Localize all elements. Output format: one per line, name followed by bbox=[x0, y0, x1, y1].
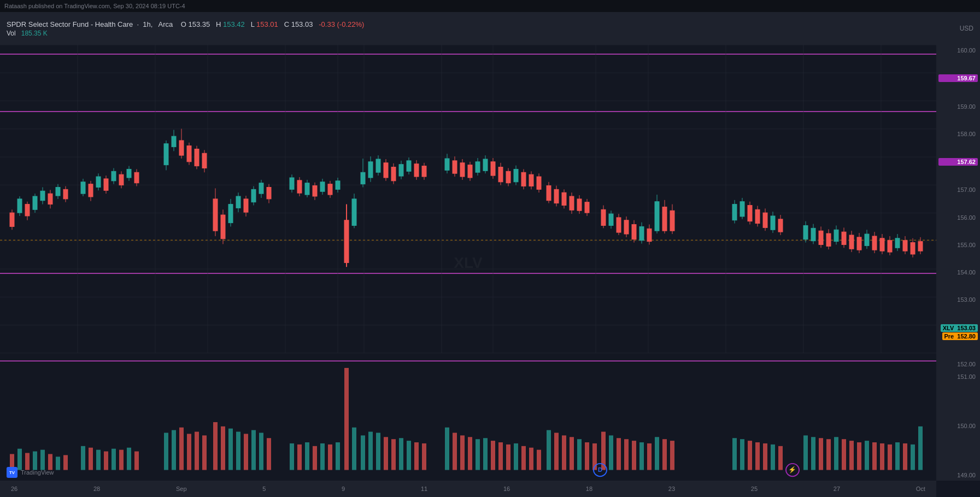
svg-rect-243 bbox=[119, 450, 124, 470]
symbol-name: SPDR Select Sector Fund - Health Care bbox=[7, 20, 133, 28]
time-25: 25 bbox=[751, 486, 758, 492]
svg-rect-294 bbox=[570, 437, 574, 470]
svg-rect-293 bbox=[562, 435, 566, 470]
svg-rect-261 bbox=[297, 445, 302, 470]
svg-rect-299 bbox=[609, 435, 613, 470]
svg-rect-284 bbox=[491, 441, 495, 470]
svg-rect-323 bbox=[865, 441, 869, 470]
low-label: L bbox=[251, 20, 255, 28]
svg-rect-258 bbox=[259, 433, 263, 470]
vol-label: Vol bbox=[7, 30, 16, 37]
svg-rect-272 bbox=[384, 437, 388, 470]
svg-rect-253 bbox=[221, 426, 225, 470]
symbol-title: SPDR Select Sector Fund - Health Care · … bbox=[7, 20, 364, 28]
svg-rect-321 bbox=[849, 441, 854, 470]
svg-rect-310 bbox=[748, 441, 752, 470]
svg-rect-324 bbox=[872, 442, 877, 470]
svg-rect-296 bbox=[585, 442, 589, 470]
svg-rect-266 bbox=[336, 442, 340, 470]
svg-rect-238 bbox=[81, 446, 85, 470]
chart-container: Rataash published on TradingView.com, Se… bbox=[0, 0, 980, 497]
svg-rect-282 bbox=[476, 439, 480, 470]
vol-val: 185.35 K bbox=[21, 30, 48, 37]
svg-rect-313 bbox=[771, 445, 775, 470]
time-11: 11 bbox=[421, 486, 427, 492]
svg-rect-283 bbox=[483, 438, 488, 470]
published-text: Rataash published on TradingView.com, Se… bbox=[4, 3, 185, 9]
exchange: Arca bbox=[158, 20, 173, 28]
vol-axis-bot: 149.00 bbox=[938, 472, 978, 478]
top-bar: SPDR Select Sector Fund - Health Care · … bbox=[0, 12, 980, 45]
svg-rect-285 bbox=[498, 442, 503, 470]
svg-rect-245 bbox=[134, 452, 139, 470]
svg-rect-269 bbox=[361, 435, 365, 470]
time-5: 5 bbox=[262, 486, 266, 492]
price-159-67: 159.67 bbox=[938, 74, 978, 82]
svg-rect-304 bbox=[647, 443, 652, 470]
svg-rect-263 bbox=[313, 446, 317, 470]
svg-rect-273 bbox=[391, 439, 396, 470]
svg-rect-244 bbox=[127, 448, 131, 470]
svg-rect-236 bbox=[56, 457, 60, 470]
price-156: 156.00 bbox=[938, 214, 978, 221]
svg-rect-303 bbox=[639, 442, 644, 470]
svg-rect-281 bbox=[468, 437, 472, 470]
svg-rect-259 bbox=[267, 438, 271, 470]
vol-axis-mid: 150.00 bbox=[938, 423, 978, 429]
svg-rect-257 bbox=[251, 430, 256, 470]
svg-rect-240 bbox=[96, 450, 101, 470]
svg-rect-290 bbox=[537, 450, 541, 470]
svg-rect-306 bbox=[662, 439, 667, 470]
svg-rect-267 bbox=[344, 368, 349, 470]
price-159: 159.00 bbox=[938, 103, 978, 110]
time-26: 26 bbox=[11, 486, 17, 492]
svg-rect-287 bbox=[514, 443, 518, 470]
tradingview-text: TradingView bbox=[21, 469, 54, 476]
time-18: 18 bbox=[586, 486, 592, 492]
svg-rect-308 bbox=[732, 438, 737, 470]
svg-rect-278 bbox=[445, 428, 449, 470]
svg-rect-274 bbox=[399, 438, 403, 470]
svg-rect-242 bbox=[112, 449, 116, 470]
svg-rect-289 bbox=[529, 448, 533, 470]
open-label: O bbox=[181, 20, 186, 28]
svg-rect-265 bbox=[328, 445, 332, 470]
svg-rect-302 bbox=[632, 441, 636, 470]
svg-rect-279 bbox=[453, 433, 457, 470]
tv-icon: TV bbox=[7, 467, 17, 478]
time-sep: Sep bbox=[176, 486, 187, 492]
currency-label: USD bbox=[960, 25, 973, 32]
svg-rect-315 bbox=[803, 435, 808, 470]
svg-rect-317 bbox=[819, 438, 823, 470]
low-val: 153.01 bbox=[256, 20, 278, 28]
main-chart-area: XLV .candle-up { fill: #26a69a; stroke: … bbox=[0, 45, 936, 481]
svg-rect-325 bbox=[880, 443, 884, 470]
price-152: 152.00 bbox=[938, 361, 978, 367]
svg-rect-264 bbox=[320, 443, 325, 470]
close-val: 153.03 bbox=[291, 20, 313, 28]
svg-rect-256 bbox=[244, 434, 248, 470]
svg-rect-291 bbox=[547, 430, 551, 470]
svg-text:TV: TV bbox=[9, 470, 15, 475]
high-label: H bbox=[216, 20, 221, 28]
time-27: 27 bbox=[834, 486, 840, 492]
time-oct: Oct bbox=[916, 486, 925, 492]
svg-rect-305 bbox=[655, 437, 659, 470]
svg-rect-254 bbox=[228, 429, 233, 470]
svg-rect-300 bbox=[617, 438, 621, 470]
svg-rect-270 bbox=[368, 432, 373, 470]
svg-rect-322 bbox=[857, 442, 861, 470]
high-val: 153.42 bbox=[223, 20, 245, 28]
price-154: 154.00 bbox=[938, 269, 978, 276]
price-157: 157.00 bbox=[938, 186, 978, 193]
svg-rect-318 bbox=[826, 439, 831, 470]
volume-axis: 151.00 150.00 149.00 bbox=[936, 371, 980, 481]
change-val: -0.33 bbox=[319, 20, 335, 28]
svg-rect-286 bbox=[506, 445, 510, 470]
svg-rect-295 bbox=[577, 439, 582, 470]
published-bar: Rataash published on TradingView.com, Se… bbox=[0, 0, 980, 12]
svg-rect-252 bbox=[213, 422, 218, 470]
time-16: 16 bbox=[503, 486, 510, 492]
svg-rect-237 bbox=[63, 455, 68, 470]
svg-rect-326 bbox=[888, 445, 892, 470]
